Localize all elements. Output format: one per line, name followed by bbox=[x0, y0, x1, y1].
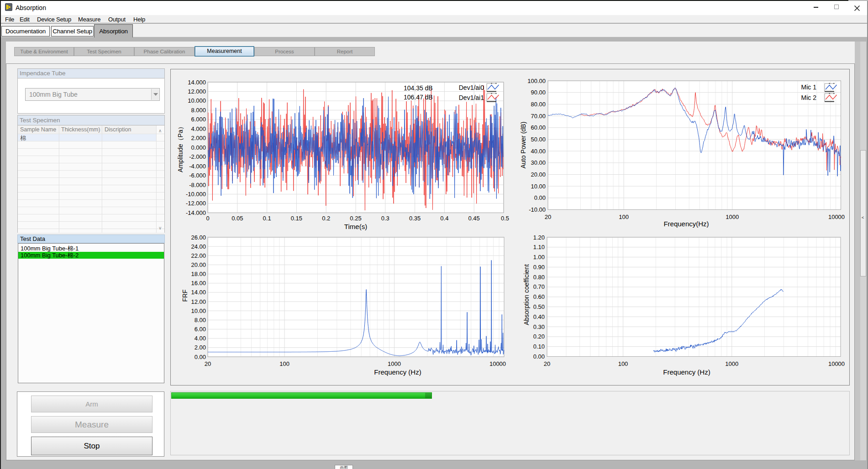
svg-text:0.50: 0.50 bbox=[533, 303, 545, 310]
svg-text:12.00: 12.00 bbox=[191, 298, 206, 305]
svg-text:1.00: 1.00 bbox=[533, 254, 545, 261]
svg-text:20: 20 bbox=[545, 214, 551, 220]
svg-text:20: 20 bbox=[205, 360, 211, 367]
svg-text:80.00: 80.00 bbox=[531, 101, 546, 108]
svg-text:10000: 10000 bbox=[489, 360, 506, 367]
svg-text:100: 100 bbox=[279, 360, 289, 367]
svg-text:0.35: 0.35 bbox=[409, 215, 421, 222]
svg-text:4.00: 4.00 bbox=[195, 335, 206, 342]
svg-text:Mic 2: Mic 2 bbox=[801, 94, 817, 101]
svg-text:1.10: 1.10 bbox=[533, 244, 545, 250]
svg-text:0.10: 0.10 bbox=[533, 343, 545, 350]
svg-text:50.00: 50.00 bbox=[531, 136, 546, 143]
svg-text:14.000: 14.000 bbox=[188, 79, 206, 86]
svg-text:6.00: 6.00 bbox=[195, 326, 206, 333]
svg-text:-14.000: -14.000 bbox=[186, 209, 206, 216]
svg-text:Frequency(Hz): Frequency(Hz) bbox=[663, 220, 709, 228]
svg-text:0.20: 0.20 bbox=[533, 333, 545, 340]
svg-text:2.00: 2.00 bbox=[195, 344, 206, 351]
svg-text:-8.000: -8.000 bbox=[189, 182, 206, 188]
svg-text:FRF: FRF bbox=[181, 289, 189, 302]
svg-text:2.000: 2.000 bbox=[191, 135, 206, 141]
svg-text:Frequency (Hz): Frequency (Hz) bbox=[374, 368, 421, 376]
svg-text:Amplitude（Pa）: Amplitude（Pa） bbox=[177, 123, 184, 172]
svg-text:1.20: 1.20 bbox=[533, 234, 545, 241]
svg-text:-4.000: -4.000 bbox=[189, 163, 206, 170]
svg-text:-10.000: -10.000 bbox=[186, 191, 206, 198]
svg-text:dB: dB bbox=[425, 84, 433, 92]
svg-text:Dev1/ai0: Dev1/ai0 bbox=[459, 84, 484, 91]
svg-text:18.00: 18.00 bbox=[191, 271, 206, 277]
svg-text:Auto Power (dB): Auto Power (dB) bbox=[520, 122, 527, 169]
svg-text:-2.000: -2.000 bbox=[189, 153, 206, 160]
svg-text:0.60: 0.60 bbox=[533, 293, 545, 300]
svg-text:70.00: 70.00 bbox=[531, 113, 546, 120]
svg-text:0.00: 0.00 bbox=[534, 194, 546, 201]
svg-text:10.00: 10.00 bbox=[531, 183, 546, 190]
svg-text:20.00: 20.00 bbox=[531, 171, 546, 178]
svg-text:1000: 1000 bbox=[725, 360, 738, 367]
svg-text:0.70: 0.70 bbox=[533, 283, 545, 290]
svg-text:0.4: 0.4 bbox=[440, 215, 448, 222]
svg-text:-6.000: -6.000 bbox=[189, 172, 206, 179]
svg-text:8.00: 8.00 bbox=[195, 317, 206, 323]
svg-text:0.000: 0.000 bbox=[191, 144, 206, 151]
svg-text:22.00: 22.00 bbox=[191, 252, 206, 259]
svg-text:100.00: 100.00 bbox=[527, 78, 546, 84]
svg-text:4.000: 4.000 bbox=[191, 125, 206, 132]
svg-text:60.00: 60.00 bbox=[531, 124, 546, 131]
svg-text:14.00: 14.00 bbox=[191, 289, 206, 296]
svg-text:20.00: 20.00 bbox=[191, 261, 206, 268]
svg-text:16.00: 16.00 bbox=[191, 280, 206, 287]
svg-text:Absorption coefficient: Absorption coefficient bbox=[523, 264, 530, 325]
svg-text:1000: 1000 bbox=[726, 214, 739, 220]
svg-text:0.40: 0.40 bbox=[533, 313, 545, 320]
svg-text:0.15: 0.15 bbox=[291, 215, 302, 222]
svg-text:0.30: 0.30 bbox=[533, 323, 545, 330]
svg-text:12.000: 12.000 bbox=[188, 88, 206, 95]
svg-text:10.00: 10.00 bbox=[191, 307, 206, 314]
svg-text:0.90: 0.90 bbox=[533, 264, 545, 271]
svg-text:Time(s): Time(s) bbox=[344, 223, 367, 230]
svg-text:90.00: 90.00 bbox=[531, 89, 546, 96]
svg-text:0.3: 0.3 bbox=[381, 215, 389, 222]
svg-text:0: 0 bbox=[206, 215, 209, 222]
svg-text:-10.00: -10.00 bbox=[529, 206, 546, 213]
svg-text:30.00: 30.00 bbox=[531, 159, 546, 166]
svg-text:0.5: 0.5 bbox=[501, 215, 509, 222]
svg-text:100: 100 bbox=[619, 214, 629, 220]
svg-text:8.000: 8.000 bbox=[191, 107, 206, 114]
svg-text:10000: 10000 bbox=[828, 360, 845, 367]
svg-text:0.2: 0.2 bbox=[322, 215, 330, 222]
svg-text:Frequency (Hz): Frequency (Hz) bbox=[663, 368, 710, 376]
svg-text:0.80: 0.80 bbox=[533, 274, 545, 281]
svg-text:Dev1/ai1: Dev1/ai1 bbox=[459, 94, 484, 101]
svg-text:10000: 10000 bbox=[828, 214, 845, 220]
svg-text:-12.000: -12.000 bbox=[186, 200, 206, 207]
svg-text:100: 100 bbox=[618, 360, 628, 367]
svg-text:6.000: 6.000 bbox=[191, 116, 206, 123]
svg-text:0.00: 0.00 bbox=[195, 354, 206, 360]
svg-text:dB: dB bbox=[425, 94, 433, 101]
svg-text:0.25: 0.25 bbox=[350, 215, 361, 222]
svg-text:106.47: 106.47 bbox=[404, 94, 423, 101]
svg-text:10.000: 10.000 bbox=[188, 97, 206, 104]
svg-text:24.00: 24.00 bbox=[191, 243, 206, 250]
svg-text:1000: 1000 bbox=[388, 360, 401, 367]
svg-text:104.35: 104.35 bbox=[404, 84, 423, 92]
svg-text:40.00: 40.00 bbox=[531, 148, 546, 155]
svg-text:0.00: 0.00 bbox=[533, 353, 545, 360]
svg-text:0.1: 0.1 bbox=[263, 215, 271, 222]
svg-text:20: 20 bbox=[544, 360, 550, 367]
svg-text:0.05: 0.05 bbox=[231, 215, 243, 222]
svg-text:0.45: 0.45 bbox=[468, 215, 480, 222]
svg-text:26.00: 26.00 bbox=[191, 234, 206, 241]
svg-text:Mic 1: Mic 1 bbox=[801, 83, 817, 91]
